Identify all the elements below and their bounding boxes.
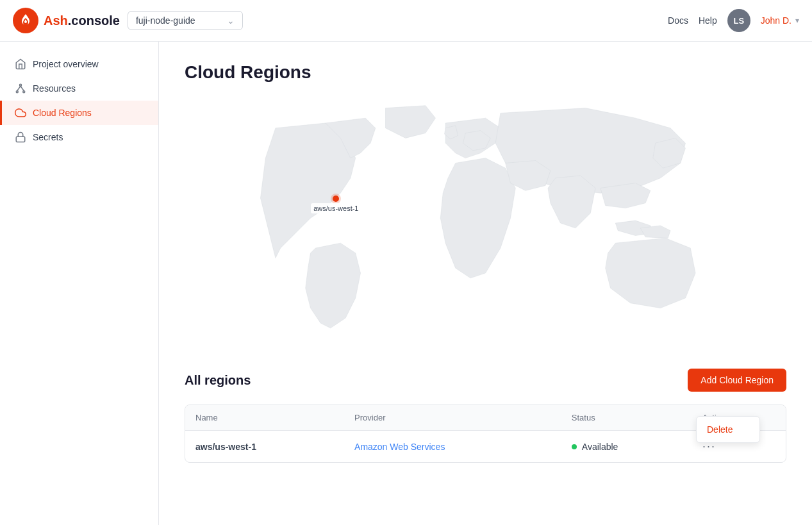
home-icon — [15, 58, 26, 70]
provider-link[interactable]: Amazon Web Services — [354, 442, 445, 452]
logo-text: Ash.console — [44, 13, 120, 28]
map-pin: aws/us-west-1 — [311, 196, 361, 213]
sidebar-label-resources: Resources — [33, 83, 76, 94]
help-link[interactable]: Help — [699, 15, 717, 26]
layout: Project overview Resources Cloud Regions… — [0, 42, 812, 525]
sidebar-label-secrets: Secrets — [33, 132, 63, 142]
status-cell: Available — [572, 442, 682, 452]
app-header: Ash.console fuji-node-guide ⌄ Docs Help … — [0, 0, 812, 42]
page-title: Cloud Regions — [185, 62, 786, 83]
regions-table-container: Name Provider Status Actions aws/us-west… — [185, 404, 786, 463]
sidebar-item-cloud-regions[interactable]: Cloud Regions — [0, 101, 158, 125]
delete-action[interactable]: Delete — [697, 419, 759, 440]
sidebar-item-project-overview[interactable]: Project overview — [0, 52, 158, 76]
avatar: LS — [727, 9, 750, 32]
sidebar-item-secrets[interactable]: Secrets — [0, 125, 158, 149]
svg-line-4 — [21, 86, 24, 91]
lock-icon — [15, 131, 26, 143]
pin-label: aws/us-west-1 — [311, 203, 361, 213]
sidebar: Project overview Resources Cloud Regions… — [0, 42, 159, 525]
regions-section-title: All regions — [185, 373, 251, 388]
header-right: Docs Help LS John D. ▾ — [668, 9, 799, 32]
user-menu-chevron-icon: ▾ — [795, 16, 799, 25]
svg-line-3 — [17, 86, 21, 91]
header-left: Ash.console fuji-node-guide ⌄ — [13, 8, 243, 33]
docs-link[interactable]: Docs — [668, 15, 688, 26]
pin-dot — [333, 196, 339, 202]
flame-icon — [18, 13, 33, 28]
status-text: Available — [582, 442, 618, 452]
logo-icon — [13, 8, 38, 33]
svg-point-1 — [16, 91, 18, 93]
svg-point-0 — [20, 84, 22, 86]
col-name: Name — [185, 405, 344, 431]
chevron-down-icon: ⌄ — [227, 15, 235, 26]
user-menu[interactable]: John D. ▾ — [761, 15, 799, 26]
logo: Ash.console — [13, 8, 120, 33]
cloud-icon — [15, 107, 26, 119]
svg-rect-5 — [16, 137, 25, 142]
cell-status: Available — [561, 431, 692, 463]
add-cloud-region-button[interactable]: Add Cloud Region — [688, 369, 786, 392]
project-selector-value: fuji-node-guide — [136, 15, 222, 26]
user-name: John D. — [761, 15, 791, 26]
cell-name: aws/us-west-1 — [185, 431, 344, 463]
region-name: aws/us-west-1 — [195, 442, 256, 452]
regions-header: All regions Add Cloud Region — [185, 369, 786, 392]
world-map-svg — [185, 98, 786, 348]
world-map-container: aws/us-west-1 — [185, 98, 786, 348]
status-indicator — [572, 444, 577, 449]
sidebar-label-cloud-regions: Cloud Regions — [33, 108, 92, 118]
cell-provider: Amazon Web Services — [344, 431, 561, 463]
col-provider: Provider — [344, 405, 561, 431]
col-status: Status — [561, 405, 692, 431]
sidebar-item-resources[interactable]: Resources — [0, 76, 158, 101]
sidebar-label-project-overview: Project overview — [33, 59, 99, 69]
project-selector[interactable]: fuji-node-guide ⌄ — [128, 11, 243, 30]
network-icon — [15, 83, 26, 94]
main-content: Cloud Regions — [159, 42, 812, 525]
svg-point-2 — [23, 91, 25, 93]
actions-dropdown: Delete — [696, 416, 760, 443]
